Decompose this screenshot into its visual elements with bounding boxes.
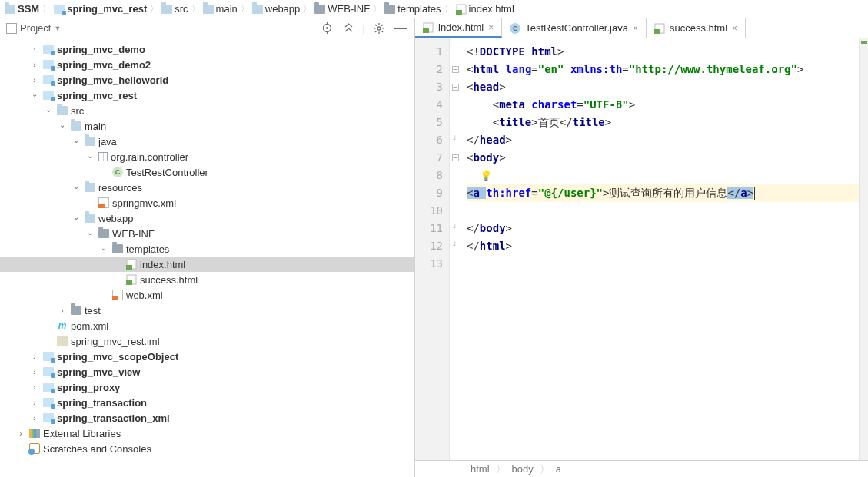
project-dropdown[interactable]: Project ▼ bbox=[6, 22, 61, 34]
fold-icon[interactable]: − bbox=[452, 66, 459, 73]
tree-item[interactable]: spring_mvc_rest.iml bbox=[0, 333, 414, 349]
tree-item[interactable]: ⌄spring_mvc_rest bbox=[0, 88, 414, 103]
tree-item[interactable]: ›test bbox=[0, 303, 414, 318]
path-item[interactable]: body bbox=[512, 463, 534, 475]
close-icon[interactable]: × bbox=[732, 23, 737, 34]
svg-point-3 bbox=[326, 27, 328, 29]
expand-arrow-icon[interactable]: ⌄ bbox=[71, 181, 81, 191]
tree-label: templates bbox=[126, 243, 169, 255]
intention-bulb-icon[interactable]: 💡 bbox=[480, 170, 492, 181]
close-icon[interactable]: × bbox=[633, 23, 638, 34]
tree-item[interactable]: ›spring_mvc_helloworld bbox=[0, 72, 414, 88]
line-number: 3 bbox=[415, 78, 443, 96]
expand-arrow-icon[interactable] bbox=[112, 274, 123, 285]
expand-arrow-icon[interactable]: ⌄ bbox=[71, 134, 81, 145]
gear-icon[interactable] bbox=[371, 21, 387, 36]
breadcrumb-item[interactable]: SSM bbox=[5, 3, 39, 15]
tree-label: spring_mvc_scopeObject bbox=[57, 351, 178, 363]
breadcrumb-item[interactable]: src bbox=[161, 3, 188, 15]
tree-item[interactable]: ›External Libraries bbox=[0, 426, 414, 441]
fold-icon[interactable]: − bbox=[452, 84, 459, 91]
hide-icon[interactable]: — bbox=[393, 21, 408, 36]
project-tree[interactable]: ›spring_mvc_demo›spring_mvc_demo2›spring… bbox=[0, 38, 415, 477]
tree-item[interactable]: ›spring_mvc_demo bbox=[0, 41, 414, 57]
breadcrumb-item[interactable]: WEB-INF bbox=[314, 3, 370, 15]
expand-arrow-icon[interactable]: › bbox=[57, 305, 68, 316]
close-icon[interactable]: × bbox=[488, 22, 494, 33]
tree-item[interactable]: mpom.xml bbox=[0, 318, 414, 333]
error-stripe[interactable] bbox=[859, 38, 868, 460]
breadcrumb-item[interactable]: webapp bbox=[252, 3, 301, 15]
expand-arrow-icon[interactable]: › bbox=[29, 44, 40, 55]
tree-item[interactable]: springmvc.xml bbox=[0, 195, 414, 210]
breadcrumb: SSM〉 spring_mvc_rest〉 src〉 main〉 webapp〉… bbox=[0, 0, 868, 18]
tree-item[interactable]: ›spring_mvc_view bbox=[0, 364, 414, 379]
code-area[interactable]: <!DOCTYPE html> <html lang="en" xmlns:th… bbox=[461, 38, 859, 460]
tree-item[interactable]: ⌄webapp bbox=[0, 210, 414, 226]
expand-arrow-icon[interactable]: ⌄ bbox=[43, 104, 54, 114]
expand-arrow-icon[interactable] bbox=[43, 320, 54, 331]
expand-arrow-icon[interactable]: › bbox=[29, 366, 40, 377]
expand-arrow-icon[interactable]: ⌄ bbox=[85, 227, 95, 237]
expand-arrow-icon[interactable]: ⌄ bbox=[71, 211, 81, 222]
expand-arrow-icon[interactable]: ⌄ bbox=[29, 88, 40, 99]
expand-all-icon[interactable] bbox=[341, 21, 357, 36]
breadcrumb-item[interactable]: templates bbox=[384, 3, 441, 15]
fold-icon[interactable]: − bbox=[452, 154, 459, 161]
tree-item[interactable]: ⌄WEB-INF bbox=[0, 226, 414, 241]
expand-arrow-icon[interactable] bbox=[15, 443, 26, 454]
tab-success-html[interactable]: success.html × bbox=[647, 18, 746, 38]
tree-item[interactable]: ⌄main bbox=[0, 118, 414, 134]
expand-arrow-icon[interactable] bbox=[112, 259, 123, 270]
tree-item[interactable]: index.html bbox=[0, 257, 414, 272]
tree-item[interactable]: ⌄java bbox=[0, 134, 414, 149]
code-editor[interactable]: 12345678910111213 − − ┘ − ┘ ┘ <!DOCTYPE … bbox=[415, 38, 868, 460]
tree-item[interactable]: ⌄src bbox=[0, 103, 414, 118]
path-item[interactable]: html bbox=[471, 463, 490, 475]
xml-icon bbox=[112, 290, 123, 300]
tree-item[interactable]: ⌄templates bbox=[0, 241, 414, 257]
expand-arrow-icon[interactable]: › bbox=[29, 397, 40, 408]
svg-rect-24 bbox=[126, 280, 132, 285]
expand-arrow-icon[interactable]: ⌄ bbox=[98, 242, 109, 253]
breadcrumb-item[interactable]: spring_mvc_rest bbox=[54, 3, 147, 15]
tree-item[interactable]: ⌄org.rain.controller bbox=[0, 149, 414, 164]
tree-item[interactable]: ⌄resources bbox=[0, 180, 414, 195]
line-number: 7 bbox=[415, 149, 443, 167]
expand-arrow-icon[interactable] bbox=[43, 336, 54, 346]
tree-item[interactable]: ›spring_transaction_xml bbox=[0, 410, 414, 426]
expand-arrow-icon[interactable]: › bbox=[15, 428, 26, 439]
tree-item[interactable]: ›spring_proxy bbox=[0, 379, 414, 395]
expand-arrow-icon[interactable]: › bbox=[29, 382, 40, 393]
breadcrumb-item[interactable]: index.html bbox=[456, 3, 514, 15]
tree-label: spring_mvc_helloworld bbox=[57, 75, 168, 86]
expand-arrow-icon[interactable]: › bbox=[29, 59, 40, 70]
tree-item[interactable]: CTestRestController bbox=[0, 164, 414, 180]
tree-item[interactable]: ›spring_mvc_demo2 bbox=[0, 57, 414, 72]
expand-arrow-icon[interactable]: › bbox=[29, 351, 40, 362]
svg-rect-22 bbox=[126, 265, 132, 270]
expand-arrow-icon[interactable]: ⌄ bbox=[85, 150, 95, 161]
expand-arrow-icon[interactable] bbox=[98, 290, 109, 300]
expand-arrow-icon[interactable]: › bbox=[29, 75, 40, 85]
java-class-icon: C bbox=[510, 23, 520, 34]
folder-icon bbox=[314, 5, 325, 14]
expand-arrow-icon[interactable] bbox=[98, 167, 109, 177]
expand-arrow-icon[interactable] bbox=[85, 197, 95, 208]
tree-item[interactable]: ›spring_transaction bbox=[0, 395, 414, 410]
line-number: 13 bbox=[415, 255, 443, 273]
tab-testrestcontroller[interactable]: C TestRestController.java × bbox=[502, 18, 647, 38]
fold-gutter[interactable]: − − ┘ − ┘ ┘ bbox=[450, 38, 461, 460]
expand-arrow-icon[interactable]: › bbox=[29, 412, 40, 423]
expand-arrow-icon[interactable]: ⌄ bbox=[57, 119, 68, 130]
tab-label: TestRestController.java bbox=[525, 22, 628, 34]
tree-item[interactable]: web.xml bbox=[0, 287, 414, 303]
editor-tabs: index.html × C TestRestController.java ×… bbox=[415, 18, 868, 38]
tab-index-html[interactable]: index.html × bbox=[415, 18, 502, 38]
tree-item[interactable]: success.html bbox=[0, 272, 414, 287]
breadcrumb-item[interactable]: main bbox=[203, 3, 238, 15]
path-item[interactable]: a bbox=[556, 463, 561, 475]
tree-item[interactable]: Scratches and Consoles bbox=[0, 441, 414, 456]
locate-icon[interactable] bbox=[320, 21, 335, 36]
tree-item[interactable]: ›spring_mvc_scopeObject bbox=[0, 349, 414, 364]
